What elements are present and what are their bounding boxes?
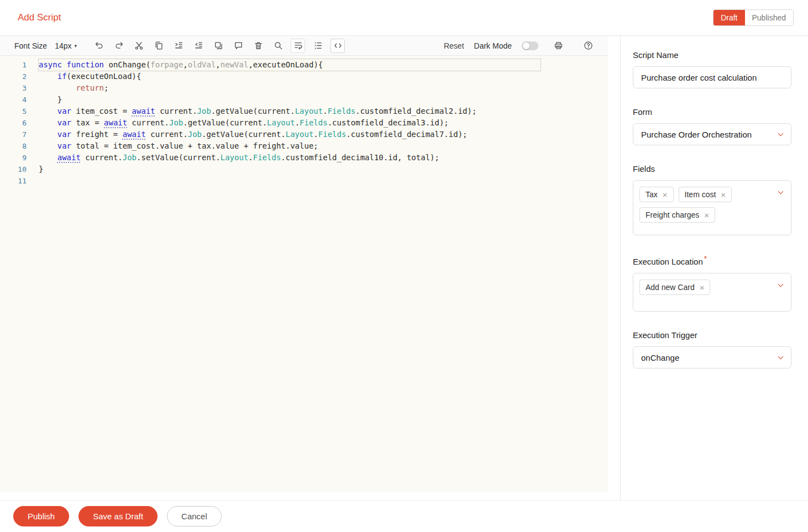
chevron-down-icon [778, 131, 784, 136]
outdent-icon[interactable] [191, 39, 206, 53]
execution-location-label: Execution Location* [633, 254, 791, 266]
caret-down-icon: ▾ [75, 43, 77, 49]
cut-icon[interactable] [132, 39, 146, 53]
execution-location-multiselect[interactable]: Add new Card× [633, 273, 791, 312]
code-block-icon[interactable] [330, 39, 345, 53]
cancel-button[interactable]: Cancel [167, 506, 222, 526]
delete-icon[interactable] [251, 39, 265, 53]
reset-button[interactable]: Reset [444, 41, 464, 50]
chevron-down-icon [778, 354, 784, 360]
publish-button[interactable]: Publish [13, 506, 69, 526]
selected-chip[interactable]: Add new Card× [639, 280, 710, 295]
chip-remove-icon[interactable]: × [663, 191, 668, 199]
script-name-group: Script Name [633, 50, 791, 88]
chip-label: Add new Card [646, 283, 695, 292]
selected-chip[interactable]: Item cost× [679, 187, 732, 202]
draft-tab[interactable]: Draft [713, 10, 744, 25]
execution-trigger-group: Execution Trigger onChange [633, 330, 791, 368]
indent-icon[interactable] [171, 39, 186, 53]
required-asterisk: * [704, 254, 707, 263]
execution-location-chips: Add new Card× [639, 280, 772, 295]
font-size-label: Font Size [14, 41, 47, 50]
save-as-draft-button[interactable]: Save as Draft [78, 506, 158, 526]
script-name-label: Script Name [633, 50, 791, 60]
chip-remove-icon[interactable]: × [704, 211, 709, 219]
add-script-page: Add Script Draft Published Font Size 14p… [0, 0, 808, 532]
search-icon[interactable] [271, 39, 285, 53]
chip-remove-icon[interactable]: × [700, 283, 705, 292]
fields-label: Fields [633, 164, 791, 173]
duplicate-icon[interactable] [211, 39, 225, 53]
execution-trigger-select[interactable]: onChange [633, 346, 791, 368]
execution-location-group: Execution Location* Add new Card× [633, 254, 791, 312]
code-editor[interactable]: 1234567891011 async function onChange(fo… [0, 56, 608, 492]
fields-group: Fields Tax×Item cost×Freight charges× [633, 164, 791, 235]
code-lines[interactable]: async function onChange(forpage,oldVal,n… [34, 59, 608, 492]
dark-mode-toggle[interactable] [522, 41, 538, 50]
chip-label: Tax [646, 190, 658, 199]
draft-published-toggle: Draft Published [713, 9, 794, 26]
execution-trigger-label: Execution Trigger [633, 330, 791, 340]
editor-toolbar: Font Size 14px ▾ [0, 36, 608, 56]
page-header: Add Script Draft Published [0, 0, 808, 35]
chevron-down-icon [778, 282, 784, 287]
chevron-down-icon [778, 189, 784, 194]
form-select-value: Purchase Order Orchestration [641, 130, 752, 139]
wrap-lines-icon[interactable] [291, 39, 305, 53]
footer-actions: Publish Save as Draft Cancel [0, 500, 808, 532]
execution-trigger-value: onChange [641, 353, 679, 362]
dark-mode-label: Dark Mode [474, 41, 512, 50]
selected-chip[interactable]: Tax× [639, 187, 674, 202]
help-icon[interactable] [581, 39, 595, 53]
ordered-list-icon[interactable] [311, 39, 325, 53]
fields-multiselect[interactable]: Tax×Item cost×Freight charges× [633, 180, 791, 235]
fields-chips: Tax×Item cost×Freight charges× [639, 187, 772, 223]
chip-label: Item cost [685, 190, 716, 199]
chip-label: Freight charges [646, 210, 699, 219]
selected-chip[interactable]: Freight charges× [639, 207, 715, 223]
script-name-input[interactable] [633, 66, 791, 88]
print-icon[interactable] [551, 39, 565, 53]
comment-icon[interactable] [231, 39, 245, 53]
redo-icon[interactable] [112, 39, 126, 53]
published-tab[interactable]: Published [745, 10, 794, 25]
font-size-select[interactable]: 14px ▾ [55, 41, 77, 50]
main-area: Font Size 14px ▾ [0, 35, 808, 500]
script-settings-panel: Script Name Form Purchase Order Orchestr… [620, 36, 808, 500]
copy-icon[interactable] [151, 39, 166, 53]
chip-remove-icon[interactable]: × [721, 191, 726, 199]
undo-icon[interactable] [92, 39, 106, 53]
line-numbers: 1234567891011 [0, 59, 34, 492]
page-title: Add Script [18, 12, 61, 23]
form-group: Form Purchase Order Orchestration [633, 107, 791, 145]
script-editor-pane: Font Size 14px ▾ [0, 36, 620, 500]
font-size-value: 14px [55, 41, 71, 50]
toolbar-right: Reset Dark Mode [444, 39, 598, 53]
form-label: Form [633, 107, 791, 117]
toggle-knob-icon [523, 43, 529, 49]
form-select[interactable]: Purchase Order Orchestration [633, 123, 791, 145]
